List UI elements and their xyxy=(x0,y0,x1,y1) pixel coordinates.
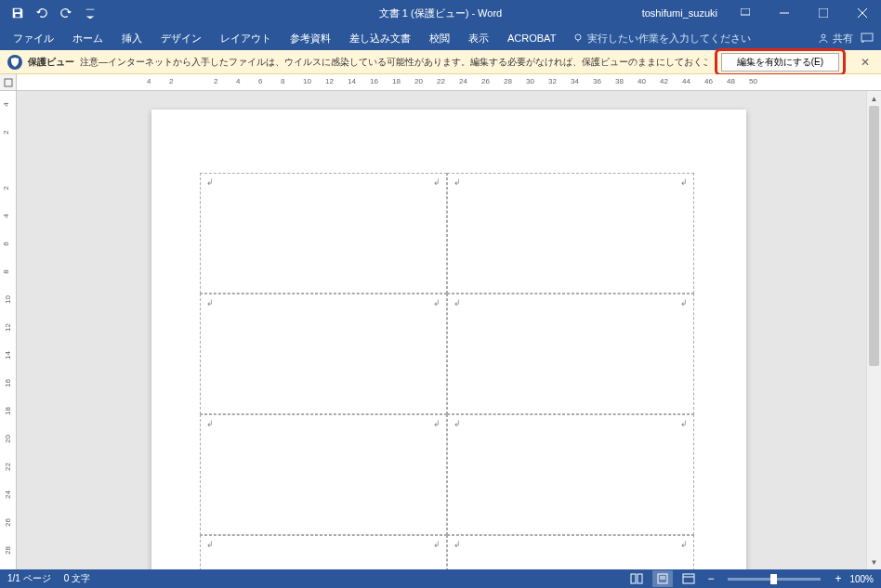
protected-view-bar: 保護ビュー 注意—インターネットから入手したファイルは、ウイルスに感染している可… xyxy=(0,50,881,74)
enable-editing-highlight: 編集を有効にする(E) xyxy=(715,48,846,76)
scroll-up-button[interactable]: ▲ xyxy=(867,91,881,106)
shield-icon xyxy=(7,55,22,70)
svg-rect-9 xyxy=(5,79,12,86)
tab-acrobat[interactable]: ACROBAT xyxy=(498,26,565,50)
window-controls: toshifumi_suzuki xyxy=(642,0,881,26)
svg-rect-0 xyxy=(741,8,750,15)
share-button[interactable]: 共有 xyxy=(818,32,853,46)
tab-home[interactable]: ホーム xyxy=(63,26,112,50)
label-grid: ↲↲ ↲↲ ↲↲ ↲↲ ↲↲ ↲↲ ↲↲ ↲↲ xyxy=(200,173,694,569)
zoom-in-button[interactable]: + xyxy=(832,572,844,585)
zoom-out-button[interactable]: − xyxy=(704,572,717,585)
tab-mailings[interactable]: 差し込み文書 xyxy=(340,26,420,50)
tab-insert[interactable]: 挿入 xyxy=(112,26,151,50)
document-scroll-area[interactable]: ↲↲ ↲↲ ↲↲ ↲↲ ↲↲ ↲↲ ↲↲ ↲↲ ▲ ▼ xyxy=(17,91,881,569)
scroll-down-button[interactable]: ▼ xyxy=(867,555,881,569)
scroll-thumb[interactable] xyxy=(869,106,879,366)
save-button[interactable] xyxy=(7,3,28,23)
tab-review[interactable]: 校閲 xyxy=(420,26,459,50)
ruler-corner[interactable] xyxy=(0,74,17,91)
protected-view-label: 保護ビュー xyxy=(28,56,74,69)
zoom-slider-thumb[interactable] xyxy=(770,574,777,584)
svg-point-5 xyxy=(575,34,581,40)
label-cell[interactable]: ↲↲ xyxy=(447,414,694,535)
label-cell[interactable]: ↲↲ xyxy=(200,173,447,294)
vertical-scrollbar[interactable]: ▲ ▼ xyxy=(866,91,881,569)
user-name[interactable]: toshifumi_suzuki xyxy=(642,7,717,19)
customize-qat-button[interactable] xyxy=(80,3,100,23)
zoom-level[interactable]: 100% xyxy=(849,574,874,584)
label-cell[interactable]: ↲↲ xyxy=(447,535,694,569)
undo-button[interactable] xyxy=(32,3,52,23)
svg-rect-11 xyxy=(638,574,642,583)
vertical-ruler[interactable]: 422468101214161820222426283032 xyxy=(0,91,17,569)
maximize-button[interactable] xyxy=(805,0,842,26)
svg-rect-10 xyxy=(631,574,636,583)
ribbon-tabs: ファイル ホーム 挿入 デザイン レイアウト 参考資料 差し込み文書 校閲 表示… xyxy=(0,26,881,50)
zoom-slider[interactable] xyxy=(728,578,821,581)
enable-editing-button[interactable]: 編集を有効にする(E) xyxy=(721,53,839,72)
protected-view-message: 注意—インターネットから入手したファイルは、ウイルスに感染している可能性がありま… xyxy=(80,56,707,69)
tab-file[interactable]: ファイル xyxy=(4,26,63,50)
window-title: 文書 1 (保護ビュー) - Word xyxy=(379,7,502,20)
label-cell[interactable]: ↲↲ xyxy=(200,294,447,414)
title-bar: 文書 1 (保護ビュー) - Word toshifumi_suzuki xyxy=(0,0,881,26)
tab-references[interactable]: 参考資料 xyxy=(281,26,340,50)
comments-icon[interactable] xyxy=(861,33,874,44)
quick-access-toolbar xyxy=(0,3,100,23)
print-layout-button[interactable] xyxy=(652,570,673,587)
label-cell[interactable]: ↲↲ xyxy=(447,173,694,294)
horizontal-ruler[interactable]: 4224681012141618202224262830323436384042… xyxy=(17,74,881,91)
status-bar: 1/1 ページ 0 文字 − + 100% xyxy=(0,569,881,588)
svg-rect-2 xyxy=(819,8,828,18)
svg-rect-15 xyxy=(683,574,694,583)
lightbulb-icon xyxy=(572,33,584,44)
word-count[interactable]: 0 文字 xyxy=(64,572,90,585)
share-label: 共有 xyxy=(833,32,853,46)
page-count[interactable]: 1/1 ページ xyxy=(7,572,51,585)
close-button[interactable] xyxy=(844,0,881,26)
web-layout-button[interactable] xyxy=(678,570,699,587)
content-area: 422468101214161820222426283032 ↲↲ ↲↲ ↲↲ … xyxy=(0,91,881,569)
close-bar-button[interactable]: ✕ xyxy=(857,56,874,69)
read-mode-button[interactable] xyxy=(626,570,647,587)
tab-layout[interactable]: レイアウト xyxy=(211,26,281,50)
svg-rect-8 xyxy=(861,33,873,41)
ribbon-display-button[interactable] xyxy=(727,0,764,26)
document-page[interactable]: ↲↲ ↲↲ ↲↲ ↲↲ ↲↲ ↲↲ ↲↲ ↲↲ xyxy=(151,110,746,569)
tell-me-search[interactable]: 実行したい作業を入力してください xyxy=(572,32,751,46)
tell-me-label: 実行したい作業を入力してください xyxy=(587,32,751,46)
horizontal-ruler-area: 4224681012141618202224262830323436384042… xyxy=(0,74,881,91)
label-cell[interactable]: ↲↲ xyxy=(200,535,447,569)
tab-design[interactable]: デザイン xyxy=(151,26,211,50)
label-cell[interactable]: ↲↲ xyxy=(447,294,694,414)
label-cell[interactable]: ↲↲ xyxy=(200,414,447,535)
svg-point-7 xyxy=(822,34,825,38)
minimize-button[interactable] xyxy=(766,0,803,26)
tab-view[interactable]: 表示 xyxy=(459,26,498,50)
share-icon xyxy=(818,33,829,44)
redo-button[interactable] xyxy=(56,3,76,23)
